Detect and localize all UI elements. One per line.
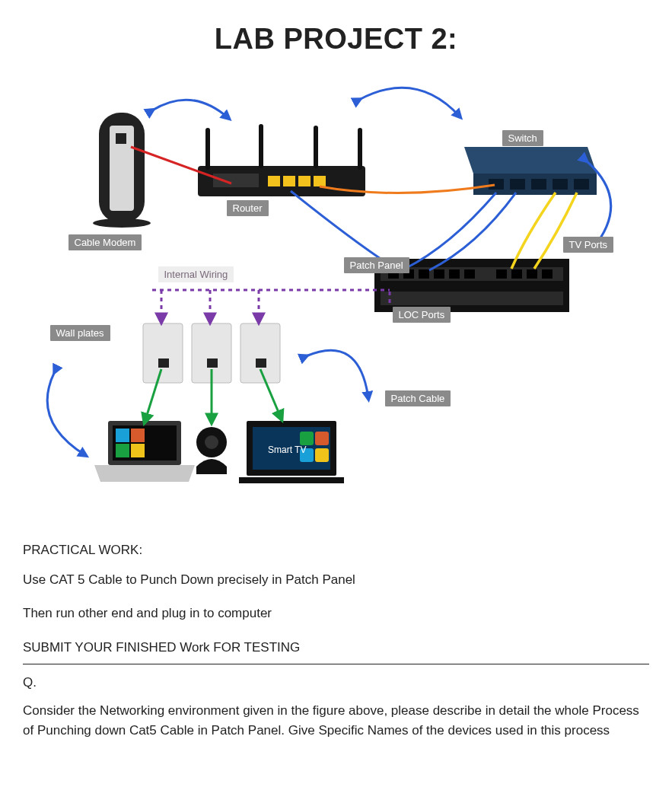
label-patch-cable: Patch Cable (385, 390, 451, 406)
label-cable-modem: Cable Modem (68, 234, 142, 250)
document-page: LAB PROJECT 2: (0, 0, 672, 803)
svg-rect-28 (496, 269, 507, 279)
patch-cable-arc-5 (47, 371, 85, 455)
svg-rect-36 (207, 358, 218, 368)
practical-line2: Then run other end and plug in to comput… (23, 604, 649, 623)
svg-rect-50 (315, 432, 329, 445)
svg-rect-49 (300, 432, 314, 445)
svg-point-3 (93, 218, 151, 228)
svg-rect-34 (158, 358, 169, 368)
page-title: LAB PROJECT 2: (23, 23, 649, 56)
patch-cable-arc-4 (306, 350, 368, 398)
svg-rect-2 (116, 133, 126, 144)
patch-cable-arc-2 (359, 88, 460, 116)
svg-rect-7 (283, 176, 295, 186)
label-wall-plates: Wall plates (50, 325, 110, 341)
svg-rect-33 (143, 323, 183, 383)
cable-switch-tv-yellow (511, 193, 556, 269)
label-router: Router (227, 200, 269, 216)
patch-cable-arc-1 (152, 100, 228, 118)
smart-tv-text: Smart TV (268, 445, 306, 455)
svg-rect-16 (510, 179, 525, 190)
svg-rect-42 (131, 429, 145, 442)
svg-rect-30 (527, 269, 537, 279)
svg-rect-26 (449, 269, 460, 279)
svg-rect-27 (464, 269, 475, 279)
svg-point-46 (205, 435, 218, 449)
cable-modem-to-router (131, 147, 231, 183)
svg-rect-38 (256, 358, 266, 368)
diagram-svg: Smart TV (40, 71, 633, 497)
submit-underline-block: SUBMIT YOUR FINISHED Work FOR TESTING (23, 638, 649, 664)
svg-rect-17 (531, 179, 546, 190)
svg-rect-19 (574, 179, 589, 190)
svg-rect-10 (205, 128, 210, 170)
practical-heading: PRACTICAL WORK: (23, 543, 649, 558)
label-loc-ports: LOC Ports (393, 307, 451, 323)
svg-rect-9 (314, 176, 326, 186)
question-label: Q. (23, 675, 649, 690)
network-diagram: Smart TV (40, 71, 633, 497)
camera-icon (196, 427, 227, 474)
svg-rect-37 (240, 323, 280, 383)
svg-rect-18 (553, 179, 568, 190)
svg-rect-11 (259, 124, 263, 168)
cable-switch-patch-blue2 (429, 193, 516, 270)
svg-rect-53 (239, 477, 344, 483)
label-switch: Switch (502, 130, 543, 146)
svg-rect-31 (542, 269, 553, 279)
svg-rect-52 (315, 448, 329, 462)
cable-modem-icon (93, 113, 151, 228)
svg-rect-32 (381, 292, 563, 305)
svg-rect-41 (116, 429, 129, 442)
svg-rect-8 (298, 176, 311, 186)
label-patch-panel: Patch Panel (344, 257, 409, 273)
question-prompt: Consider the Networking environment give… (23, 701, 649, 741)
cable-switch-tv-yellow2 (534, 193, 577, 269)
svg-rect-25 (434, 269, 444, 279)
svg-rect-15 (489, 179, 504, 190)
practical-line1: Use CAT 5 Cable to Punch Down precisely … (23, 570, 649, 590)
practical-submit: SUBMIT YOUR FINISHED Work FOR TESTING (23, 640, 300, 655)
svg-rect-13 (358, 128, 362, 170)
svg-rect-29 (511, 269, 522, 279)
svg-rect-6 (268, 176, 280, 186)
label-tv-ports: TV Ports (563, 237, 614, 253)
svg-rect-12 (314, 126, 318, 168)
router-icon (198, 124, 365, 196)
svg-rect-24 (419, 269, 429, 279)
label-internal-wiring: Internal Wiring (158, 266, 234, 282)
smart-tv-icon: Smart TV (239, 421, 344, 483)
svg-rect-43 (116, 444, 129, 457)
laptop-icon (94, 421, 195, 482)
svg-rect-44 (131, 444, 145, 457)
